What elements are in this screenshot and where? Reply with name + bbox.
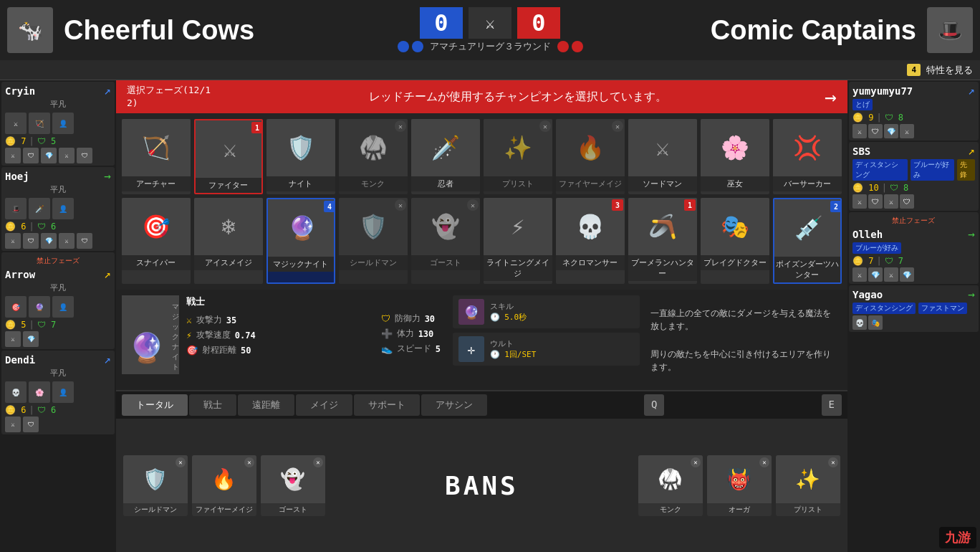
phase-text-main: レッドチームが使用するチャンピオンを選択しています。: [225, 90, 810, 105]
champ-img-berserker: 💢: [773, 119, 842, 176]
item-mini: ⚔: [5, 417, 21, 432]
champ-sniper[interactable]: 🎯 スナイパー: [122, 198, 191, 284]
champ-mini: 👤: [52, 296, 74, 318]
champ-firemage[interactable]: 🔥 ✕ ファイヤーメイジ: [556, 119, 625, 194]
range-label: 射程距離: [202, 344, 236, 356]
stat-row-hp: ➕ 体力 130: [381, 328, 446, 340]
champ-detail-img: 🔮 マジックナイト: [122, 295, 179, 374]
player-tags-olleh: ブルーが好み: [852, 242, 975, 254]
champ-priest[interactable]: ✨ ✕ プリスト: [484, 119, 552, 194]
champ-img-swordsman: ⚔️: [628, 119, 697, 176]
speed-icon: 👟: [381, 343, 393, 354]
ban-x-overlay: ✕: [691, 457, 701, 467]
stat-hp: 🛡 6: [37, 222, 56, 232]
champ-knight[interactable]: 🛡️ ナイト: [266, 119, 335, 194]
champ-mini: 🌸: [29, 381, 50, 403]
champ-mini: 💀: [5, 381, 27, 403]
champ-miko[interactable]: 🌸 巫女: [701, 119, 769, 194]
atkspd-icon: ⚡: [186, 330, 192, 341]
champ-ghost[interactable]: 👻 ✕ ゴースト: [411, 198, 480, 284]
player-name-cryin: Cryin: [5, 85, 35, 97]
champ-name-archer: アーチャー: [122, 176, 191, 191]
champ-archer[interactable]: 🏹 アーチャー: [122, 119, 191, 194]
champ-fighter[interactable]: ⚔️ 1 ファイター: [194, 119, 263, 194]
champ-icemage[interactable]: ❄️ アイスメイジ: [194, 198, 263, 284]
item: 🎭: [868, 315, 883, 330]
dot-blue-2: [412, 41, 423, 52]
champ-name-berserker: バーサーカー: [773, 176, 842, 191]
player-champs-arrow: 🎯 🔮 👤: [5, 296, 111, 318]
player-arrow-sbs: ↗: [968, 144, 975, 158]
champ-ninja[interactable]: 🗡️ 忍者: [411, 119, 480, 194]
tab-mage[interactable]: メイジ: [296, 394, 352, 416]
champ-plaguedoctor[interactable]: 🎭 プレイグドクター: [701, 198, 769, 284]
stat-gold: 🪙 6: [5, 405, 26, 415]
player-header-sbs: SBS ↗: [852, 144, 975, 158]
player-stats-arrow: 🪙 5 | 🛡 7: [5, 320, 111, 330]
champ-name-swordsman: ソードマン: [628, 176, 697, 191]
trait-label[interactable]: 特性を見る: [926, 64, 973, 77]
hp-value: 130: [418, 329, 434, 339]
player-arrow-hoej: →: [104, 169, 111, 183]
item: 💎: [900, 267, 914, 282]
champ-necromancer[interactable]: 💀 3 ネクロマンサー: [556, 198, 625, 284]
tab-assassin[interactable]: アサシン: [421, 394, 487, 416]
champ-detail-stats: 戦士 ⚔ 攻撃力 35 ⚡ 攻撃速度 0.74 🎯 射程距離 50: [186, 295, 374, 384]
item-mini: 🛡: [23, 417, 39, 432]
champ-img-shieldman: 🛡️ ✕: [339, 198, 408, 255]
ban-slot-priest2: ✨ プリスト ✕: [776, 455, 840, 516]
skill-cooldown: 🕐 5.0秒: [490, 312, 527, 323]
ban-x-overlay: ✕: [313, 457, 323, 467]
ban-name-ogre: オーガ: [727, 503, 751, 516]
champ-img-ninja: 🗡️: [411, 119, 480, 176]
champ-boomerang[interactable]: 🪃 1 ブーメランハンター: [628, 198, 697, 284]
dot-red-2: [572, 41, 583, 52]
phase-banner: 選択フェーズ(12/12) レッドチームが使用するチャンピオンを選択しています。…: [116, 80, 847, 113]
icon-e-button[interactable]: E: [822, 394, 842, 416]
item: 💎: [884, 124, 898, 138]
ban-slot-ogre: 👹 オーガ ✕: [707, 455, 772, 516]
trait-badge[interactable]: 4: [907, 64, 921, 76]
stat-hp: 🛡 7: [37, 320, 56, 330]
champ-shieldman[interactable]: 🛡️ ✕ シールドマン: [339, 198, 408, 284]
champ-lightningmage[interactable]: ⚡ ライトニングメイジ: [484, 198, 552, 284]
champ-berserker[interactable]: 💢 バーサーカー: [773, 119, 842, 194]
champ-mini: 🎩: [5, 198, 27, 219]
icon-q-button[interactable]: Q: [644, 394, 664, 416]
dots-row: アマチュアリーグ３ラウンド: [398, 40, 583, 53]
item: ⚔: [852, 267, 867, 282]
player-name-arrow: Arrow: [5, 269, 35, 280]
champ-name-knight: ナイト: [266, 176, 335, 191]
tab-total[interactable]: トータル: [122, 394, 188, 416]
item-mini: 💎: [41, 148, 57, 163]
champ-name-fighter: ファイター: [196, 178, 261, 193]
champ-monk[interactable]: 🥋 ✕ モンク: [339, 119, 408, 194]
champ-number-magicknight: 4: [324, 201, 335, 212]
right-score: 0: [517, 7, 560, 39]
champ-number-fighter: 1: [251, 122, 263, 133]
tab-ranged[interactable]: 遠距離: [238, 394, 294, 416]
skill-img: 🔮: [458, 299, 484, 325]
champ-swordsman[interactable]: ⚔️ ソードマン: [628, 119, 697, 194]
champ-desc: 一直線上の全ての敵にダメージを与える魔法を放します。 周りの敵たちを中心に引き付…: [647, 295, 842, 384]
player-name-yagao: Yagao: [852, 289, 883, 300]
tab-warrior[interactable]: 戦士: [189, 394, 236, 416]
player-card-hoej: Hoej → 平凡 🎩 🗡️ 👤 🪙 6 | 🛡 6 ⚔ 🛡 💎 ⚔ 🛡: [1, 167, 115, 251]
item: 💀: [852, 315, 867, 330]
ult-img: ✛: [458, 336, 484, 362]
right-team-icon: 🎩: [927, 7, 973, 53]
champ-name-firemage: ファイヤーメイジ: [556, 176, 625, 191]
player-tags-yagao: ディスタンシング ファストマン: [852, 303, 975, 314]
champ-poisondarts[interactable]: 💉 2 ポイズンダーツハンター: [773, 198, 842, 284]
stat-gold: 🪙 6: [5, 222, 26, 232]
player-stats-cryin: 🪙 7 | 🛡 5: [5, 136, 111, 146]
atk-label: 攻撃力: [196, 314, 222, 326]
champ-magicknight[interactable]: 🔮 4 マジックナイト: [266, 198, 335, 284]
item: ⚔: [852, 194, 867, 209]
champ-mini: 🎯: [5, 296, 27, 318]
tag-vanguard: 先鋒: [957, 159, 975, 181]
champ-name-shieldman: シールドマン: [339, 255, 408, 270]
champ-name-necromancer: ネクロマンサー: [556, 255, 625, 270]
tab-support[interactable]: サポート: [354, 394, 420, 416]
player-name-yumyumyu77: yumyumyu77: [852, 85, 913, 97]
